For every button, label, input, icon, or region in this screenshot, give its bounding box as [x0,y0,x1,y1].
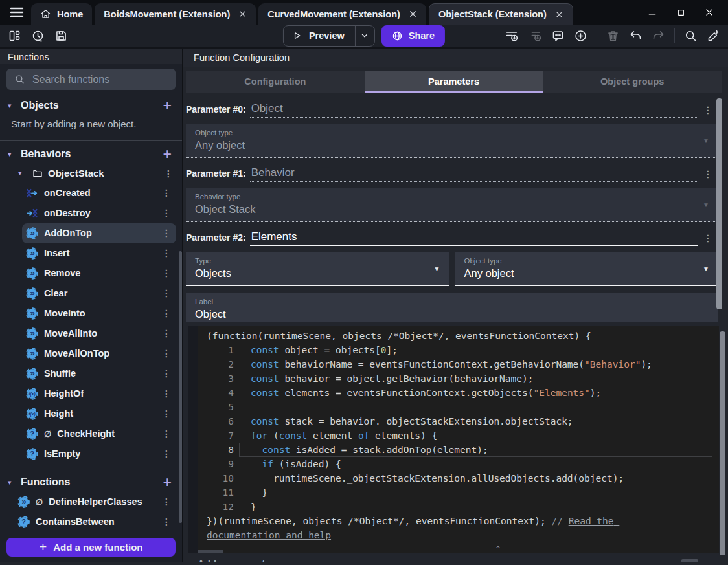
item-menu-button[interactable]: ⋮ [162,408,171,419]
menu-button[interactable] [3,5,31,20]
share-button[interactable]: Share [381,25,445,47]
code-line[interactable]: 7for (const element of elements) { [198,428,719,443]
code-line[interactable]: 12} [198,500,719,514]
code-line[interactable]: 6const stack = behavior._objectStackExte… [198,414,719,428]
item-menu-button[interactable]: ⋮ [162,188,171,198]
behavior-group-objectstack[interactable]: ▾ObjectStack⋮ [0,164,182,183]
sidebar-item-heightof[interactable]: f(x)HeightOf⋮ [22,384,176,404]
search-functions-input[interactable] [32,74,168,85]
item-menu-button[interactable]: ⋮ [162,328,171,338]
section-add-button[interactable]: + [163,475,174,490]
section-add-button[interactable]: + [163,147,174,162]
tab-objectstack-extension[interactable]: ObjectStack (Extension) [429,3,573,25]
tab-object-groups[interactable]: Object groups [543,71,722,93]
code-horizontal-scrollbar[interactable] [198,550,223,553]
parameter-name-field[interactable] [250,230,698,246]
item-menu-button[interactable]: ⋮ [162,348,171,359]
parameter-menu-button[interactable]: ⋮ [698,105,718,118]
parameters-scrollbar[interactable] [716,98,722,309]
panel-title: Function Configuration [183,49,728,67]
sidebar-item-containsbetween[interactable]: ?ContainsBetween⋮ [6,512,176,532]
item-menu-button[interactable]: ⋮ [162,449,171,459]
search-button[interactable] [684,29,698,43]
group-menu-button[interactable]: ⋮ [164,168,173,179]
tab-parameters[interactable]: Parameters [365,71,543,93]
add-event-button[interactable] [505,28,519,43]
preview-dropdown-button[interactable] [355,26,374,46]
code-scrollbar[interactable] [720,331,725,555]
tab-configuration[interactable]: Configuration [186,71,365,93]
tab-close-icon[interactable] [555,10,563,19]
code-line[interactable]: 2const behaviorName = eventsFunctionCont… [198,357,719,371]
sidebar-item-label: Shuffle [44,368,156,379]
maximize-window-button[interactable] [671,4,690,21]
item-menu-button[interactable]: ⋮ [162,368,171,379]
item-menu-button[interactable]: ⋮ [162,268,171,278]
code-line[interactable]: 3const behavior = object.getBehavior(beh… [198,371,719,386]
code-editor[interactable]: (function(runtimeScene, objects /*Object… [188,326,719,553]
add-new-function-button[interactable]: + Add a new function [6,538,176,557]
type-dropdown[interactable]: TypeObjects▼ [186,252,449,286]
code-line[interactable]: 8 const isAdded = stack.addOnTop(element… [198,443,719,457]
tab-boidsmovement-extension[interactable]: BoidsMovement (Extension) [95,3,256,25]
tab-home[interactable]: Home [31,3,92,25]
preview-button[interactable]: Preview [283,25,375,47]
sidebar-item-oncreated[interactable]: onCreated⋮ [22,183,176,203]
item-menu-button[interactable]: ⋮ [162,428,171,439]
function-configuration-panel: Function Configuration ConfigurationPara… [183,49,728,562]
add-new-function-label: Add a new function [53,542,142,553]
search-functions-box[interactable] [6,69,176,90]
item-menu-button[interactable]: ⋮ [162,228,171,238]
sidebar-scrollbar[interactable] [179,251,182,523]
save-button[interactable] [54,29,68,43]
parameter-menu-button[interactable]: ⋮ [698,169,718,182]
item-menu-button[interactable]: ⋮ [162,516,171,527]
search-icon [684,29,698,43]
code-line[interactable]: 5 [198,400,719,414]
item-menu-button[interactable]: ⋮ [162,248,171,258]
section-header-objects[interactable]: ▾Objects+ [0,96,182,115]
tab-close-icon[interactable] [409,10,417,18]
sidebar-item-insert[interactable]: »Insert⋮ [22,243,176,263]
code-line[interactable]: 11 } [198,485,719,500]
sidebar-item-checkheight[interactable]: ?∅CheckHeight⋮ [22,424,176,444]
tab-curvedmovement-extension[interactable]: CurvedMovement (Extension) [258,3,426,25]
code-line[interactable]: 4const elements = eventsFunctionContext.… [198,386,719,400]
sidebar-item-moveallinto[interactable]: »MoveAllInto⋮ [22,324,176,344]
add-comment-button[interactable] [551,29,565,43]
item-menu-button[interactable]: ⋮ [162,308,171,318]
sidebar-item-clear[interactable]: »Clear⋮ [22,283,176,304]
item-menu-button[interactable]: ⋮ [162,388,171,399]
close-window-button[interactable] [700,4,719,21]
sidebar-item-isempty[interactable]: ?IsEmpty⋮ [22,444,176,464]
history-button[interactable] [31,29,45,43]
label-dropdown[interactable]: LabelObject [186,293,718,322]
sidebar-item-moveallontop[interactable]: »MoveAllOnTop⋮ [22,344,176,364]
parameter-name-input[interactable] [251,230,698,243]
sidebar-item-moveinto[interactable]: »MoveInto⋮ [22,304,176,324]
sidebar-item-height[interactable]: f(x)Height⋮ [22,404,176,424]
code-line[interactable]: 10 runtimeScene._objectStackExtension.al… [198,471,719,485]
magic-pen-button[interactable] [707,29,720,43]
layout-panels-button[interactable] [8,29,21,43]
item-menu-button[interactable]: ⋮ [162,496,171,507]
clipped-add-parameter-label[interactable]: Add a parameter [198,558,274,562]
undo-button[interactable] [629,29,643,43]
section-add-button[interactable]: + [163,98,174,113]
code-line[interactable]: 1const object = objects[0]; [198,343,719,357]
sidebar-item-addontop[interactable]: »AddOnTop⋮ [22,223,176,243]
sidebar-item-definehelperclasses[interactable]: »∅DefineHelperClasses⋮ [6,492,176,512]
parameter-menu-button[interactable]: ⋮ [698,233,718,246]
item-menu-button[interactable]: ⋮ [162,208,171,218]
tab-close-icon[interactable] [238,10,247,18]
add-circle-button[interactable] [574,29,587,43]
sidebar-item-remove[interactable]: »Remove⋮ [22,263,176,283]
sidebar-item-shuffle[interactable]: »Shuffle⋮ [22,364,176,384]
section-header-behaviors[interactable]: ▾Behaviors+ [0,145,182,164]
section-header-functions[interactable]: ▾Functions+ [0,473,182,492]
object-type-dropdown[interactable]: Object typeAny object▼ [455,252,718,286]
sidebar-item-ondestroy[interactable]: onDestroy⋮ [22,203,176,223]
minimize-window-button[interactable] [643,4,662,21]
code-line[interactable]: 9 if (isAdded) { [198,457,719,471]
item-menu-button[interactable]: ⋮ [162,288,171,298]
